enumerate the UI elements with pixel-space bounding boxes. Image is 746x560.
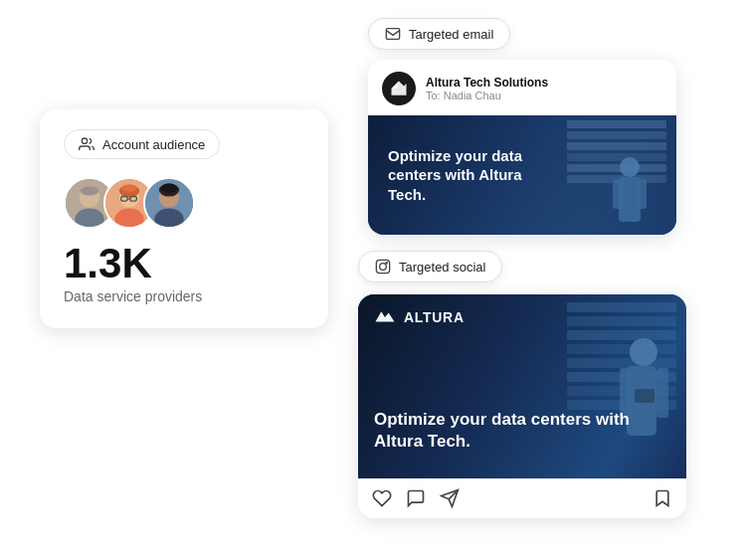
social-logo <box>374 308 396 326</box>
social-brand-bar: ALTURA <box>358 294 480 336</box>
svg-point-25 <box>386 263 387 264</box>
brand-logo-email <box>382 72 416 105</box>
svg-point-26 <box>630 338 657 366</box>
email-tag-label: Targeted email <box>409 27 493 42</box>
sender-to: To: Nadia Chau <box>426 90 548 101</box>
svg-point-3 <box>81 186 98 195</box>
email-hero-image: Optimize your data centers with Altura T… <box>368 115 676 235</box>
email-sender-info: Altura Tech Solutions To: Nadia Chau <box>426 76 548 101</box>
comment-icon[interactable] <box>406 488 426 508</box>
svg-point-8 <box>122 185 137 192</box>
email-headline: Optimize your data centers with Altura T… <box>388 146 536 205</box>
audience-count: 1.3K <box>64 243 304 284</box>
social-actions <box>358 478 686 518</box>
svg-point-16 <box>161 184 178 193</box>
instagram-icon <box>375 259 391 275</box>
svg-rect-30 <box>635 389 654 403</box>
social-brand-name: ALTURA <box>404 309 465 325</box>
svg-point-24 <box>380 264 387 271</box>
share-icon[interactable] <box>440 488 460 508</box>
heart-icon[interactable] <box>372 488 392 508</box>
svg-rect-21 <box>613 179 623 209</box>
svg-rect-22 <box>637 179 647 209</box>
avatars-row <box>64 177 304 229</box>
account-audience-tag: Account audience <box>64 129 220 159</box>
social-tag-label: Targeted social <box>399 260 485 275</box>
svg-rect-18 <box>386 29 399 40</box>
svg-point-0 <box>82 138 87 143</box>
email-card: Altura Tech Solutions To: Nadia Chau <box>368 60 676 235</box>
social-hero-image: ALTURA Optimize your data centers with A… <box>358 294 686 478</box>
targeted-email-tag: Targeted email <box>368 18 510 50</box>
social-headline: Optimize your data centers with Altura T… <box>358 409 686 463</box>
bookmark-icon[interactable] <box>653 488 672 508</box>
svg-rect-23 <box>376 260 389 273</box>
sender-name: Altura Tech Solutions <box>426 76 548 90</box>
svg-point-19 <box>620 157 640 177</box>
audience-tag-label: Account audience <box>102 137 205 152</box>
email-icon <box>385 26 401 42</box>
social-card: ALTURA Optimize your data centers with A… <box>358 294 686 518</box>
avatar-3 <box>143 177 195 229</box>
targeted-social-tag: Targeted social <box>358 251 502 282</box>
audience-sub-label: Data service providers <box>64 288 304 304</box>
social-action-group <box>372 488 639 508</box>
audience-icon <box>79 136 94 152</box>
email-header: Altura Tech Solutions To: Nadia Chau <box>368 60 676 115</box>
account-audience-card: Account audience <box>40 109 328 328</box>
main-container: Account audience <box>0 0 746 560</box>
